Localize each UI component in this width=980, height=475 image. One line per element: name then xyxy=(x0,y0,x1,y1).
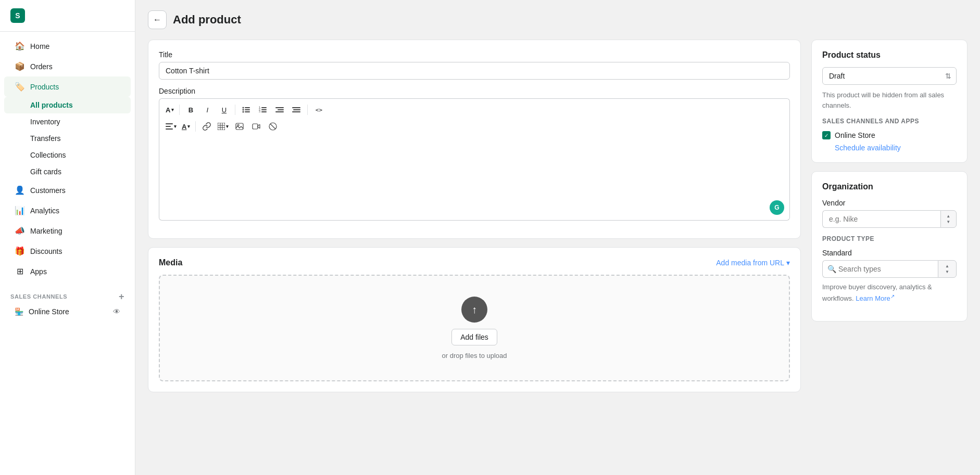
sidebar-subitem-transfers[interactable]: Transfers xyxy=(4,130,131,147)
sidebar-subitem-all-products[interactable]: All products xyxy=(4,97,131,113)
product-info-card: Title Description A ▾ B xyxy=(148,40,801,239)
indent-btn[interactable] xyxy=(288,102,304,118)
sidebar-subitem-collections[interactable]: Collections xyxy=(4,147,131,163)
page-header: ← Add product xyxy=(148,10,968,29)
sidebar-item-home[interactable]: 🏠 Home xyxy=(4,36,131,56)
products-icon: 🏷️ xyxy=(15,82,25,92)
search-types-input[interactable] xyxy=(822,260,938,278)
sidebar-subitem-inventory[interactable]: Inventory xyxy=(4,113,131,130)
underline-btn[interactable]: U xyxy=(216,102,232,118)
sidebar-item-label-marketing: Marketing xyxy=(30,227,62,235)
svg-rect-21 xyxy=(218,123,225,130)
media-header: Media Add media from URL ▾ xyxy=(159,258,790,267)
sidebar-item-label-discounts: Discounts xyxy=(30,247,62,255)
sidebar-item-label-home: Home xyxy=(30,42,49,50)
product-type-input-row: 🔍 ▲▼ xyxy=(822,260,957,278)
status-hint: This product will be hidden from all sal… xyxy=(822,90,957,110)
svg-line-30 xyxy=(270,124,275,129)
text-color-btn[interactable]: A ▾ xyxy=(180,119,192,134)
block-btn[interactable] xyxy=(265,119,281,134)
sidebar-item-marketing[interactable]: 📣 Marketing xyxy=(4,221,131,241)
add-sales-channel-button[interactable]: + xyxy=(119,292,124,301)
content-sidebar: Product status Draft Active ⇅ This produ… xyxy=(811,40,968,322)
shop-logo-icon: S xyxy=(10,8,25,23)
online-store-channel[interactable]: 🏪 Online Store 👁 xyxy=(4,303,131,320)
upload-area: ↑ Add files or drop files to upload xyxy=(159,275,790,381)
online-store-visibility-icon[interactable]: 👁 xyxy=(113,307,120,316)
vendor-label: Vendor xyxy=(822,199,957,207)
numbered-list-btn[interactable]: 1.2.3. xyxy=(255,102,271,118)
image-btn[interactable] xyxy=(232,119,247,134)
svg-point-27 xyxy=(237,124,239,126)
sidebar-item-discounts[interactable]: 🎁 Discounts xyxy=(4,241,131,261)
schedule-availability-link[interactable]: Schedule availability xyxy=(835,144,957,152)
add-media-link[interactable]: Add media from URL ▾ xyxy=(716,259,790,267)
product-status-title: Product status xyxy=(822,50,957,60)
link-btn[interactable] xyxy=(199,119,215,134)
marketing-icon: 📣 xyxy=(15,226,25,236)
svg-point-4 xyxy=(243,111,244,113)
svg-rect-9 xyxy=(261,109,267,110)
bullet-list-btn[interactable] xyxy=(238,102,254,118)
video-btn[interactable] xyxy=(248,119,264,134)
italic-btn[interactable]: I xyxy=(199,102,215,118)
upload-icon: ↑ xyxy=(461,297,487,323)
organization-title: Organization xyxy=(822,182,957,191)
svg-point-2 xyxy=(243,109,244,111)
svg-rect-17 xyxy=(292,111,300,112)
svg-rect-1 xyxy=(245,107,250,108)
sep4 xyxy=(195,121,196,132)
home-icon: 🏠 xyxy=(15,41,25,51)
svg-rect-19 xyxy=(166,126,171,127)
media-title: Media xyxy=(159,258,182,267)
title-input[interactable] xyxy=(159,62,790,80)
align-btn[interactable]: ▾ xyxy=(164,119,179,134)
sidebar-item-customers[interactable]: 👤 Customers xyxy=(4,180,131,200)
sep1 xyxy=(179,105,180,115)
vendor-stepper[interactable]: ▲▼ xyxy=(940,210,957,228)
sidebar-subitem-gift-cards[interactable]: Gift cards xyxy=(4,163,131,180)
online-store-checkbox[interactable]: ✓ xyxy=(822,131,831,139)
svg-rect-20 xyxy=(166,129,173,130)
sidebar-item-analytics[interactable]: 📊 Analytics xyxy=(4,200,131,221)
sidebar-logo: S xyxy=(0,0,135,32)
add-files-button[interactable]: Add files xyxy=(451,329,497,345)
table-btn[interactable]: ▾ xyxy=(216,119,231,134)
product-type-hint: Improve buyer discovery, analytics & wor… xyxy=(822,282,957,303)
sales-channels-section: SALES CHANNELS + xyxy=(0,286,135,303)
learn-more-link[interactable]: Learn More↗ xyxy=(856,294,894,302)
media-card: Media Add media from URL ▾ ↑ Add files o… xyxy=(148,247,801,392)
sidebar-item-label-products: Products xyxy=(30,83,59,91)
svg-rect-11 xyxy=(261,111,267,112)
content-layout: Title Description A ▾ B xyxy=(148,40,968,392)
product-status-select[interactable]: Draft Active xyxy=(822,67,957,85)
main-content: ← Add product Title Description xyxy=(135,0,980,475)
online-store-checkbox-label: Online Store xyxy=(835,131,875,139)
vendor-input[interactable] xyxy=(822,210,940,228)
svg-rect-26 xyxy=(236,123,243,130)
sidebar-item-products[interactable]: 🏷️ Products xyxy=(4,76,131,97)
sidebar-item-apps[interactable]: ⊞ Apps xyxy=(4,261,131,281)
product-type-stepper[interactable]: ▲▼ xyxy=(938,260,957,278)
editor-toolbar: A ▾ B I U 1.2.3. xyxy=(159,98,790,137)
bold-btn[interactable]: B xyxy=(183,102,198,118)
sidebar-item-label-apps: Apps xyxy=(30,267,47,276)
product-type-label: PRODUCT TYPE xyxy=(822,235,957,242)
outdent-btn[interactable] xyxy=(272,102,287,118)
description-editor-body[interactable]: G xyxy=(159,137,790,221)
drop-hint: or drop files to upload xyxy=(442,352,507,360)
online-store-left: 🏪 Online Store xyxy=(15,307,69,316)
svg-rect-7 xyxy=(261,107,267,108)
code-btn[interactable]: <> xyxy=(311,102,326,118)
sidebar-item-orders[interactable]: 📦 Orders xyxy=(4,56,131,76)
font-btn[interactable]: A ▾ xyxy=(164,102,176,118)
back-button[interactable]: ← xyxy=(148,10,167,29)
sep2 xyxy=(235,105,235,115)
title-field-group: Title xyxy=(159,50,790,80)
add-media-dropdown-icon: ▾ xyxy=(786,259,790,267)
sidebar: S 🏠 Home 📦 Orders 🏷️ Products All produc… xyxy=(0,0,135,475)
status-select-wrap: Draft Active ⇅ xyxy=(822,67,957,85)
svg-rect-14 xyxy=(275,111,284,112)
apps-icon: ⊞ xyxy=(15,266,25,276)
svg-rect-28 xyxy=(253,124,258,129)
